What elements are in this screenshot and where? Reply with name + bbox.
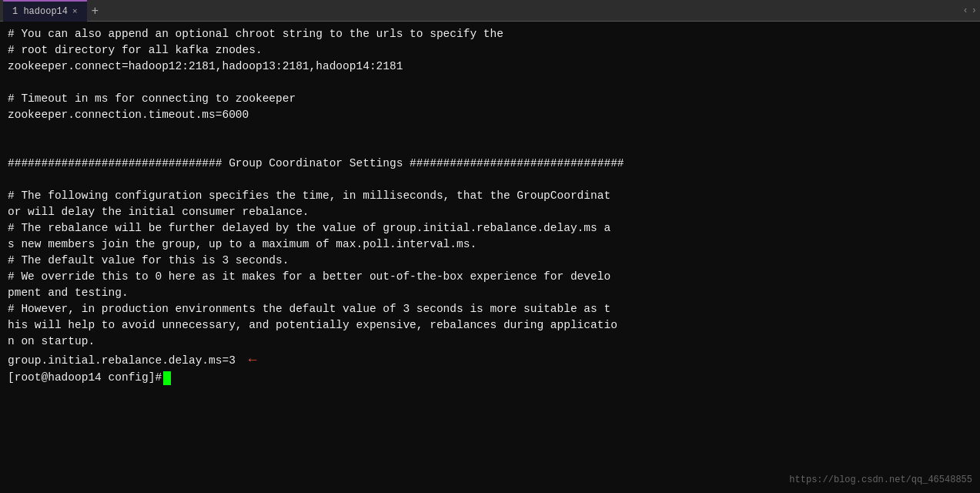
line-21: group.initial.rebalance.delay.ms=3 — [8, 354, 236, 367]
line-3: zookeeper.connect=hadoop12:2181,hadoop13… — [8, 60, 403, 72]
tab-close-button[interactable]: × — [72, 7, 78, 16]
nav-arrows: ‹ › — [963, 5, 977, 16]
line-14: s new members join the group, up to a ma… — [8, 238, 477, 250]
line-6: zookeeper.connection.timeout.ms=6000 — [8, 109, 249, 121]
tab-label: 1 hadoop14 — [12, 6, 68, 17]
line-12: or will delay the initial consumer rebal… — [8, 206, 309, 218]
arrow-icon: ← — [240, 350, 257, 370]
line-18: # However, in production environments th… — [8, 303, 610, 315]
watermark: https://blog.csdn.net/qq_46548855 — [789, 474, 972, 487]
new-tab-button[interactable]: + — [87, 5, 103, 17]
terminal-tab[interactable]: 1 hadoop14 × — [3, 0, 87, 22]
terminal-content: # You can also append an optional chroot… — [0, 22, 980, 493]
line-13: # The rebalance will be further delayed … — [8, 222, 610, 234]
line-17: pment and testing. — [8, 287, 129, 299]
line-16: # We override this to 0 here as it makes… — [8, 270, 610, 283]
prompt-line: [root@hadoop14 config]# — [8, 370, 972, 386]
terminal-text: # You can also append an optional chroot… — [8, 26, 972, 370]
terminal-cursor — [163, 371, 171, 385]
line-5: # Timeout in ms for connecting to zookee… — [8, 92, 296, 105]
line-15: # The default value for this is 3 second… — [8, 254, 289, 267]
line-9: ################################ Group C… — [8, 157, 624, 169]
nav-right-icon[interactable]: › — [972, 5, 977, 16]
line-2: # root directory for all kafka znodes. — [8, 44, 263, 56]
prompt-text: [root@hadoop14 config]# — [8, 370, 162, 386]
titlebar: 1 hadoop14 × + ‹ › — [0, 0, 980, 22]
line-20: n on startup. — [8, 335, 95, 347]
line-1: # You can also append an optional chroot… — [8, 28, 503, 40]
nav-left-icon[interactable]: ‹ — [963, 5, 968, 16]
line-11: # The following configuration specifies … — [8, 189, 610, 202]
line-19: his will help to avoid unnecessary, and … — [8, 319, 617, 331]
